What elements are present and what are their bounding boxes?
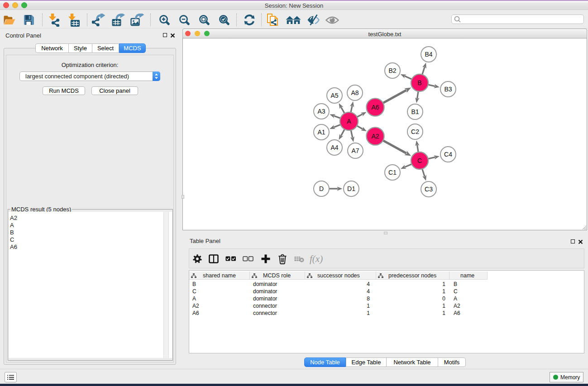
svg-text:A: A	[347, 118, 351, 125]
svg-text:A3: A3	[317, 108, 325, 115]
svg-text:C2: C2	[411, 128, 419, 135]
svg-text:A1: A1	[317, 129, 325, 136]
svg-text:B2: B2	[388, 67, 396, 74]
svg-text:C4: C4	[444, 151, 452, 158]
svg-text:D1: D1	[347, 185, 355, 192]
svg-text:A8: A8	[351, 89, 359, 96]
svg-text:C1: C1	[388, 169, 397, 176]
svg-text:A5: A5	[330, 92, 338, 99]
svg-text:C3: C3	[425, 186, 433, 193]
svg-text:B4: B4	[425, 51, 432, 58]
svg-text:D: D	[319, 185, 324, 192]
svg-text:B1: B1	[411, 108, 419, 115]
svg-text:A7: A7	[351, 147, 359, 154]
svg-text:A4: A4	[330, 144, 338, 151]
svg-text:B: B	[417, 79, 421, 86]
svg-text:A2: A2	[371, 133, 379, 140]
svg-text:C: C	[417, 157, 422, 164]
svg-text:B3: B3	[444, 86, 452, 93]
svg-text:A6: A6	[371, 104, 379, 111]
